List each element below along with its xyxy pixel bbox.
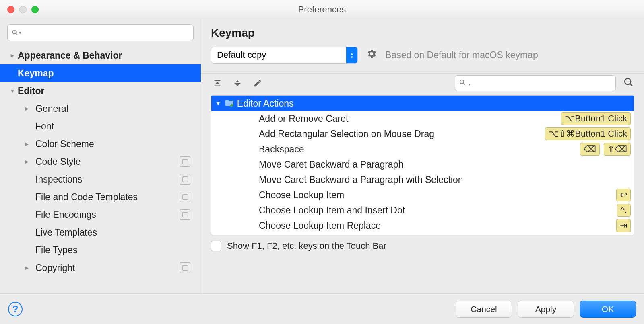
svg-point-2 [460, 80, 464, 84]
nav-item-label: File Types [35, 245, 77, 256]
action-search[interactable] [455, 75, 616, 91]
action-row[interactable]: Choose Lookup Item Replace⇥ [211, 218, 634, 233]
triangle-down-icon: ▼ [215, 100, 221, 107]
svg-point-0 [12, 30, 16, 34]
apply-button[interactable]: Apply [518, 301, 574, 318]
svg-line-3 [463, 83, 465, 85]
nav-item-general[interactable]: ►General [0, 100, 201, 117]
action-row[interactable]: Add or Remove Caret⌥Button1 Click [211, 111, 634, 126]
nav-item-label: Appearance & Behavior [18, 50, 122, 61]
nav-item-copyright[interactable]: ►Copyright [0, 259, 201, 277]
nav-item-label: General [35, 103, 68, 114]
action-tree[interactable]: ▼ Editor Actions Add or Remove Caret⌥But… [211, 95, 634, 235]
gear-icon[interactable] [366, 48, 377, 62]
project-level-badge-icon [180, 209, 190, 220]
nav-item-inspections[interactable]: Inspections [0, 170, 201, 188]
project-level-badge-icon [180, 192, 190, 202]
nav-tree: ►Appearance & BehaviorKeymap▼Editor►Gene… [0, 47, 201, 293]
expand-all-button[interactable] [211, 77, 224, 90]
shortcut-list: ^. [617, 204, 631, 217]
shortcut-key: ⌥⇧⌘Button1 Click [545, 127, 631, 140]
titlebar: Preferences [0, 0, 644, 19]
keymap-select-value: Default copy [217, 50, 266, 60]
keymap-select[interactable]: Default copy [211, 47, 358, 64]
action-name: Choose Lookup Item and Insert Dot [259, 205, 405, 216]
action-row[interactable]: Choose Lookup Item↩ [211, 187, 634, 203]
collapse-all-button[interactable] [231, 77, 244, 90]
chevron-icon: ▼ [10, 88, 18, 94]
search-icon [459, 79, 471, 88]
shortcut-list: ⌥⇧⌘Button1 Click [545, 127, 631, 140]
nav-item-file-encodings[interactable]: File Encodings [0, 206, 201, 224]
sidebar-search-input[interactable] [24, 28, 189, 37]
action-row[interactable]: Move Caret Backward a Paragraph with Sel… [211, 172, 634, 187]
nav-item-font[interactable]: Font [0, 117, 201, 135]
main-header: Keymap [201, 19, 644, 43]
sidebar-search[interactable] [7, 24, 194, 41]
nav-item-label: Font [35, 121, 54, 132]
action-row[interactable]: Move Caret Backward a Paragraph [211, 157, 634, 172]
action-name: Add or Remove Caret [259, 113, 348, 124]
nav-item-keymap[interactable]: Keymap [0, 64, 201, 82]
footer: ? Cancel Apply OK [0, 293, 644, 324]
nav-item-label: Code Style [35, 156, 81, 167]
edit-button[interactable] [251, 77, 264, 90]
help-button[interactable]: ? [8, 302, 23, 316]
action-row[interactable]: Backspace⌫⇧⌫ [211, 141, 634, 157]
tree-body: Add or Remove Caret⌥Button1 ClickAdd Rec… [211, 111, 634, 233]
sidebar: ►Appearance & BehaviorKeymap▼Editor►Gene… [0, 19, 201, 293]
cancel-button[interactable]: Cancel [456, 301, 512, 318]
based-on-text: Based on Default for macOS keymap [385, 50, 538, 61]
search-icon [12, 29, 21, 36]
shortcut-list: ↩ [616, 189, 631, 201]
project-level-badge-icon [180, 174, 190, 185]
nav-item-label: File and Code Templates [35, 192, 138, 203]
project-level-badge-icon [180, 156, 190, 167]
touchbar-row: Show F1, F2, etc. keys on the Touch Bar [201, 235, 644, 257]
tree-group-label: Editor Actions [237, 98, 294, 109]
keymap-row: Default copy Based on Default for macOS … [201, 43, 644, 73]
chevron-icon: ► [24, 105, 35, 112]
shortcut-list: ⌥Button1 Click [561, 112, 631, 125]
action-name: Move Caret Backward a Paragraph with Sel… [259, 174, 463, 185]
nav-item-file-types[interactable]: File Types [0, 241, 201, 259]
shortcut-key: ⌫ [580, 143, 600, 156]
nav-item-color-scheme[interactable]: ►Color Scheme [0, 135, 201, 153]
nav-item-editor[interactable]: ▼Editor [0, 82, 201, 100]
touchbar-label: Show F1, F2, etc. keys on the Touch Bar [227, 241, 386, 251]
shortcut-key: ^. [617, 204, 631, 217]
chevron-updown-icon [346, 47, 357, 63]
nav-item-appearance-behavior[interactable]: ►Appearance & Behavior [0, 47, 201, 64]
chevron-icon: ► [24, 265, 35, 271]
action-name: Choose Lookup Item Replace [259, 220, 381, 231]
tree-group-header[interactable]: ▼ Editor Actions [211, 96, 634, 111]
find-by-shortcut-button[interactable] [623, 77, 634, 90]
nav-item-label: Inspections [35, 174, 82, 185]
nav-item-label: Keymap [18, 68, 54, 79]
action-name: Backspace [259, 144, 304, 155]
shortcut-key: ⇧⌫ [604, 143, 631, 156]
ok-button[interactable]: OK [580, 301, 636, 318]
nav-item-label: Live Templates [35, 227, 97, 238]
folder-icon [225, 100, 234, 107]
touchbar-checkbox[interactable] [211, 241, 221, 251]
action-search-input[interactable] [473, 79, 611, 88]
content: ►Appearance & BehaviorKeymap▼Editor►Gene… [0, 19, 644, 293]
shortcut-list: ⌫⇧⌫ [580, 143, 631, 156]
shortcut-key: ⇥ [616, 219, 631, 232]
action-row[interactable]: Choose Lookup Item and Insert Dot^. [211, 203, 634, 218]
window-title: Preferences [0, 4, 644, 15]
nav-item-label: Editor [18, 86, 44, 96]
action-name: Choose Lookup Item [259, 190, 344, 201]
action-row[interactable]: Add Rectangular Selection on Mouse Drag⌥… [211, 126, 634, 141]
action-name: Move Caret Backward a Paragraph [259, 159, 403, 170]
chevron-icon: ► [24, 158, 35, 165]
nav-item-code-style[interactable]: ►Code Style [0, 153, 201, 170]
chevron-icon: ► [24, 141, 35, 147]
nav-item-label: File Encodings [35, 209, 96, 220]
chevron-icon: ► [10, 52, 18, 59]
nav-item-file-and-code-templates[interactable]: File and Code Templates [0, 188, 201, 206]
nav-item-live-templates[interactable]: Live Templates [0, 224, 201, 241]
shortcut-key: ↩ [616, 189, 631, 201]
project-level-badge-icon [180, 262, 190, 273]
